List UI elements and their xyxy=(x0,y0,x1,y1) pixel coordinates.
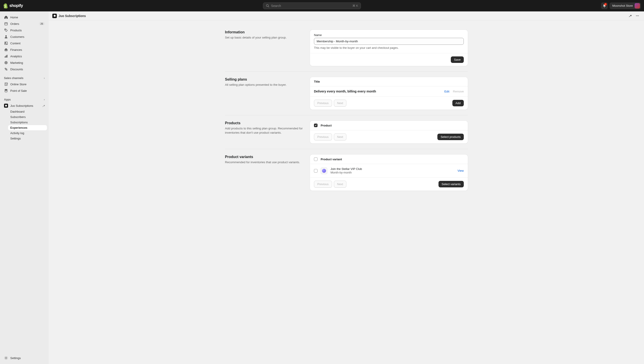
title-column-header: Title xyxy=(314,80,320,83)
products-prev-button: Previous xyxy=(314,133,332,140)
section-selling-plans: Selling plans All selling plan options p… xyxy=(225,71,468,115)
name-label: Name xyxy=(314,33,464,37)
pin-page-button[interactable] xyxy=(627,13,633,19)
search-shortcut: ⌘ K xyxy=(352,4,358,8)
svg-point-23 xyxy=(637,16,638,16)
nav-marketing[interactable]: Marketing xyxy=(2,60,47,66)
pos-icon xyxy=(4,89,8,93)
section-products: Products Add products to this selling pl… xyxy=(225,115,468,149)
store-icon xyxy=(4,82,8,86)
svg-point-19 xyxy=(5,105,7,107)
nav-finances[interactable]: Finances xyxy=(2,47,47,53)
variants-heading: Product variants xyxy=(225,155,304,159)
selling-plans-heading: Selling plans xyxy=(225,77,304,81)
section-information: Information Set up basic details of your… xyxy=(225,24,468,71)
avatar xyxy=(634,3,640,9)
juo-app-icon xyxy=(4,104,8,108)
shopify-logo[interactable]: shopify xyxy=(3,3,23,9)
sales-channels-header[interactable]: Sales channels › xyxy=(2,75,47,81)
nav-subscriptions[interactable]: Subscriptions xyxy=(8,120,47,125)
notifications-button[interactable]: 1 xyxy=(601,3,608,9)
svg-point-2 xyxy=(5,29,6,30)
orders-icon xyxy=(4,22,8,26)
svg-rect-1 xyxy=(5,23,8,25)
page-title: Juo Subscriptions xyxy=(58,14,86,18)
main-content: Information Set up basic details of your… xyxy=(49,0,644,209)
plans-prev-button: Previous xyxy=(314,100,332,107)
plans-next-button: Next xyxy=(334,100,346,107)
shopify-wordmark: shopify xyxy=(10,3,23,8)
name-input[interactable] xyxy=(314,38,464,45)
topbar: shopify Search ⌘ K 1 Moonshot Store xyxy=(0,0,644,12)
nav-orders[interactable]: Orders 26 xyxy=(2,21,47,27)
variants-prev-button: Previous xyxy=(314,181,332,188)
save-button[interactable]: Save xyxy=(451,56,464,63)
nav-analytics[interactable]: Analytics xyxy=(2,53,47,59)
store-name: Moonshot Store xyxy=(612,4,633,8)
notification-badge: 1 xyxy=(604,3,607,6)
variant-checkbox[interactable] xyxy=(314,169,318,172)
search-icon xyxy=(266,4,269,8)
selling-plan-row: Delivery every month, billing every mont… xyxy=(310,86,468,96)
orders-badge: 26 xyxy=(39,22,45,25)
pin-icon[interactable] xyxy=(42,104,45,107)
products-select-all-checkbox[interactable] xyxy=(314,124,318,127)
selling-plan-title: Delivery every month, billing every mont… xyxy=(314,90,444,93)
information-description: Set up basic details of your selling pla… xyxy=(225,36,304,40)
shopify-icon xyxy=(3,3,8,9)
edit-link[interactable]: Edit xyxy=(444,90,449,93)
section-variants: Product variants Recommended for invento… xyxy=(225,149,468,196)
nav-app-juo[interactable]: Juo Subscriptions xyxy=(2,103,47,109)
global-search[interactable]: Search ⌘ K xyxy=(263,3,361,9)
nav-online-store[interactable]: Online Store xyxy=(2,81,47,87)
variants-next-button: Next xyxy=(334,181,346,188)
remove-link: Remove xyxy=(453,90,464,93)
variant-column-header: Product variant xyxy=(321,158,342,161)
variants-select-all-checkbox[interactable] xyxy=(314,157,318,161)
svg-point-14 xyxy=(6,63,6,63)
variant-title: Join the Stellar VIP Club xyxy=(330,167,454,170)
add-plan-button[interactable]: Add xyxy=(452,100,464,106)
nav-home[interactable]: Home xyxy=(2,14,47,20)
nav-app-settings[interactable]: Settings xyxy=(8,136,47,141)
finances-icon xyxy=(4,48,8,52)
nav-subscribers[interactable]: Subscribers xyxy=(8,114,47,120)
nav-content[interactable]: Content xyxy=(2,40,47,46)
products-icon xyxy=(4,28,8,32)
customers-icon xyxy=(4,35,8,39)
nav-activity-log[interactable]: Activity log xyxy=(8,130,47,136)
svg-point-15 xyxy=(5,68,6,69)
more-actions-button[interactable] xyxy=(634,13,640,19)
select-products-button[interactable]: Select products xyxy=(438,134,464,140)
page-header: Juo Subscriptions xyxy=(49,12,644,20)
select-variants-button[interactable]: Select variants xyxy=(438,181,464,187)
nav-products[interactable]: Products xyxy=(2,27,47,33)
svg-point-16 xyxy=(6,69,7,70)
nav-experiences[interactable]: Experiences xyxy=(8,125,47,130)
products-description: Add products to this selling plan group.… xyxy=(225,126,304,135)
products-next-button: Next xyxy=(334,133,346,140)
nav-dashboard[interactable]: Dashboard xyxy=(8,109,47,114)
view-variant-link[interactable]: View xyxy=(458,169,464,172)
svg-point-24 xyxy=(638,16,639,16)
nav-discounts[interactable]: Discounts xyxy=(2,66,47,72)
nav-customers[interactable]: Customers xyxy=(2,34,47,40)
svg-rect-8 xyxy=(6,50,7,51)
home-icon xyxy=(4,15,8,19)
svg-point-5 xyxy=(5,43,6,43)
marketing-icon xyxy=(4,61,8,65)
svg-point-3 xyxy=(5,35,7,37)
selling-plans-description: All selling plan options presented to th… xyxy=(225,83,304,87)
nav-point-of-sale[interactable]: Point of Sale xyxy=(2,88,47,94)
app-badge-icon xyxy=(52,14,57,18)
svg-point-21 xyxy=(54,15,56,17)
sidebar: Home Orders 26 Products Customers Conten… xyxy=(0,12,49,209)
products-heading: Products xyxy=(225,121,304,125)
chevron-right-icon: › xyxy=(44,98,45,101)
discounts-icon xyxy=(4,67,8,71)
variant-thumbnail xyxy=(321,167,327,174)
store-menu[interactable]: Moonshot Store xyxy=(610,3,641,9)
svg-rect-9 xyxy=(5,56,5,58)
product-column-header: Product xyxy=(321,124,332,127)
apps-header[interactable]: Apps › xyxy=(2,97,47,103)
